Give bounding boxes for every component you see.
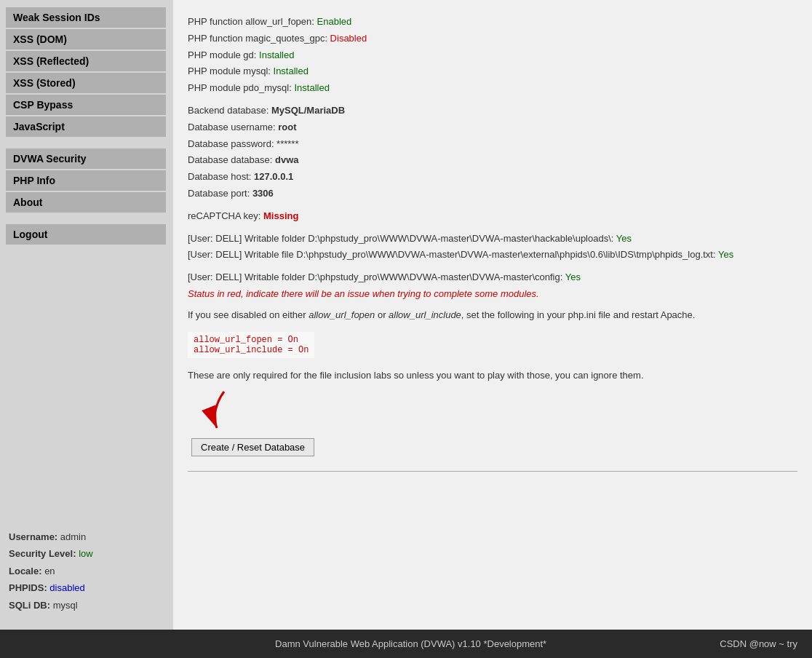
sqli-db-label: SQLi DB: (9, 600, 50, 611)
security-level-value: low (79, 548, 93, 559)
writable-config-status: Yes (565, 271, 581, 282)
username-label: Username: (9, 531, 57, 542)
main-content: PHP function allow_url_fopen: Enabled PH… (173, 0, 812, 630)
db-host: Database host: 127.0.0.1 (188, 170, 797, 185)
config-writable-section: [User: DELL] Writable folder D:\phpstudy… (188, 270, 797, 302)
phpids-value: disabled (49, 582, 84, 593)
db-backend-value: MySQL/MariaDB (271, 105, 345, 116)
sidebar-item-xss-dom[interactable]: XSS (DOM) (6, 29, 166, 49)
writable-section: [User: DELL] Writable folder D:\phpstudy… (188, 231, 797, 263)
allow-info-text: If you see disabled on either allow_url_… (188, 309, 797, 320)
db-backend: Backend database: MySQL/MariaDB (188, 103, 797, 119)
locale-label: Locale: (9, 566, 42, 576)
db-info-section: Backend database: MySQL/MariaDB Database… (188, 103, 797, 202)
sidebar-item-dvwa-security[interactable]: DVWA Security (6, 148, 166, 169)
recaptcha-status: Missing (263, 210, 298, 221)
php-magic-quotes: PHP function magic_quotes_gpc: Disabled (188, 31, 797, 47)
sidebar-item-csp-bypass[interactable]: CSP Bypass (6, 95, 166, 115)
recaptcha-section: reCAPTCHA key: Missing (188, 209, 797, 224)
php-module-pdo: PHP module pdo_mysql: Installed (188, 81, 797, 96)
sidebar-item-logout[interactable]: Logout (6, 224, 166, 245)
db-password: Database password: ****** (188, 137, 797, 152)
arrow-button-section: Create / Reset Database (188, 388, 797, 456)
writable-uploads-status: Yes (616, 233, 632, 244)
php-allow-url-fopen: PHP function allow_url_fopen: Enabled (188, 15, 797, 30)
code-line-2: allow_url_include = On (194, 345, 309, 355)
mysql-status: Installed (274, 66, 309, 76)
arrow-icon (195, 388, 282, 435)
bottom-bar: Damn Vulnerable Web Application (DVWA) v… (0, 630, 812, 658)
writable-uploads: [User: DELL] Writable folder D:\phpstudy… (188, 231, 797, 247)
php-module-mysql: PHP module mysql: Installed (188, 64, 797, 79)
allow-url-fopen-status: Enabled (317, 16, 352, 27)
writable-config: [User: DELL] Writable folder D:\phpstudy… (188, 270, 797, 285)
ignore-text: These are only required for the file inc… (188, 370, 797, 381)
phpids-label: PHPIDS: (9, 582, 47, 593)
csdn-footer-text: CSDN @now ~ try (720, 638, 797, 649)
writable-phpids-status: Yes (718, 249, 733, 260)
content-separator (188, 471, 797, 472)
create-reset-database-button[interactable]: Create / Reset Database (191, 438, 314, 456)
security-level-label: Security Level: (9, 548, 76, 559)
db-database: Database database: dvwa (188, 153, 797, 168)
sidebar-item-php-info[interactable]: PHP Info (6, 170, 166, 191)
sidebar-item-weak-session-ids[interactable]: Weak Session IDs (6, 7, 166, 28)
sidebar: Weak Session IDs XSS (DOM) XSS (Reflecte… (0, 0, 173, 630)
dvwa-footer-text: Damn Vulnerable Web Application (DVWA) v… (102, 638, 720, 649)
sidebar-item-javascript[interactable]: JavaScript (6, 116, 166, 137)
db-port-value: 3306 (252, 188, 274, 199)
sqli-db-value: mysql (53, 600, 78, 611)
db-username-value: root (278, 122, 296, 132)
db-username: Database username: root (188, 120, 797, 135)
db-port: Database port: 3306 (188, 186, 797, 202)
status-warning-text: Status in red, indicate there will be an… (188, 288, 539, 299)
writable-phpids: [User: DELL] Writable file D:\phpstudy_p… (188, 247, 797, 263)
sidebar-item-xss-reflected[interactable]: XSS (Reflected) (6, 51, 166, 71)
sidebar-item-about[interactable]: About (6, 192, 166, 213)
code-line-1: allow_url_fopen = On (194, 335, 309, 345)
allow-info-section: If you see disabled on either allow_url_… (188, 309, 797, 320)
username-value: admin (60, 531, 86, 542)
db-database-value: dvwa (275, 154, 299, 165)
pdo-status: Installed (294, 82, 329, 93)
php-module-gd: PHP module gd: Installed (188, 48, 797, 63)
sidebar-footer: Username: admin Security Level: low Loca… (0, 521, 173, 621)
code-block: allow_url_fopen = On allow_url_include =… (188, 332, 314, 358)
magic-quotes-status: Disabled (330, 33, 367, 44)
status-warning-line: Status in red, indicate there will be an… (188, 287, 797, 302)
ignore-text-section: These are only required for the file inc… (188, 370, 797, 381)
php-checks-section: PHP function allow_url_fopen: Enabled PH… (188, 15, 797, 96)
gd-status: Installed (259, 49, 294, 60)
db-host-value: 127.0.0.1 (254, 171, 293, 182)
locale-value: en (44, 566, 55, 576)
recaptcha-line: reCAPTCHA key: Missing (188, 209, 797, 224)
sidebar-item-xss-stored[interactable]: XSS (Stored) (6, 73, 166, 93)
